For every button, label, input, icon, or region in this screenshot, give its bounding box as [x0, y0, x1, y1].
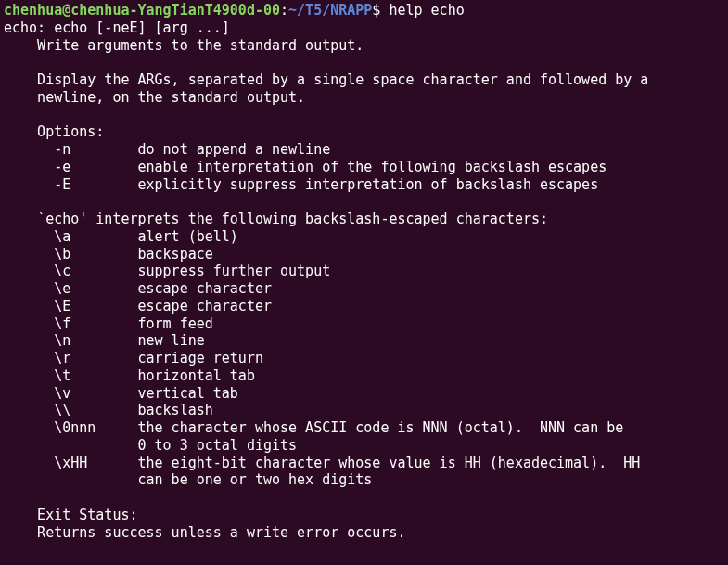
prompt-line: chenhua@chenhua-YangTianT4900d-00:~/T5/N… [4, 2, 724, 19]
command-text: help echo [389, 2, 464, 19]
output-line: Options: [4, 123, 724, 141]
output-line: \\ backslash [4, 402, 724, 419]
prompt-path: ~/T5/NRAPP [288, 2, 372, 19]
output-line: Write arguments to the standard output. [4, 37, 724, 55]
output-line [4, 193, 724, 211]
output-line: -e enable interpretation of the followin… [4, 159, 724, 176]
output-line: Returns success unless a write error occ… [4, 524, 724, 542]
output-line: \a alert (bell) [4, 228, 724, 246]
output-line: 0 to 3 octal digits [4, 437, 724, 455]
output-line [4, 489, 724, 507]
output-line: `echo' interprets the following backslas… [4, 211, 724, 228]
output-line: \b backspace [4, 246, 724, 263]
output-line: \n new line [4, 332, 724, 350]
prompt-user-host: chenhua@chenhua-YangTianT4900d-00 [4, 2, 280, 19]
output-line: \E escape character [4, 298, 724, 315]
output-line: \xHH the eight-bit character whose value… [4, 455, 724, 472]
prompt-dollar: $ [372, 2, 389, 19]
output-line: Exit Status: [4, 507, 724, 524]
output-line: \r carriage return [4, 350, 724, 367]
output-line: echo: echo [-neE] [arg ...] [4, 19, 724, 37]
output-line: \e escape character [4, 280, 724, 298]
output-line: newline, on the standard output. [4, 89, 724, 107]
output-line: \0nnn the character whose ASCII code is … [4, 419, 724, 437]
output-line: \v vertical tab [4, 385, 724, 403]
output-line: \f form feed [4, 315, 724, 333]
output-line: -n do not append a newline [4, 141, 724, 159]
output-line: \t horizontal tab [4, 367, 724, 385]
output-line: can be one or two hex digits [4, 471, 724, 489]
output-line: \c suppress further output [4, 263, 724, 280]
output-line: -E explicitly suppress interpretation of… [4, 176, 724, 194]
prompt-colon: : [280, 2, 288, 19]
output-line: Display the ARGs, separated by a single … [4, 71, 724, 89]
output-line [4, 54, 724, 71]
terminal-window[interactable]: chenhua@chenhua-YangTianT4900d-00:~/T5/N… [0, 0, 728, 543]
output-line [4, 107, 724, 124]
